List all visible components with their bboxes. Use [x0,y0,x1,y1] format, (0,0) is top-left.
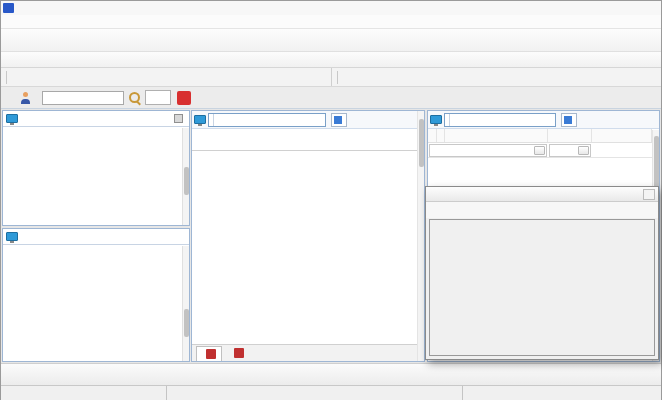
scrollbar-thumb[interactable] [184,309,189,337]
scrollbar[interactable] [182,128,189,225]
left-file-panel [191,110,425,362]
filter-funnel-icon[interactable] [578,146,589,155]
drive-bar-right [331,68,661,86]
column-header-size[interactable] [548,129,592,142]
table-header [428,129,652,143]
view-style-combo[interactable] [561,113,577,127]
folder-tree-bottom [2,228,190,362]
path-input[interactable] [444,113,556,127]
computer-icon [194,115,206,124]
preview-close-button[interactable] [643,189,655,200]
view-style-icon [334,116,342,124]
divider [6,71,7,84]
app-window [0,0,662,400]
secondary-toolbar [1,52,661,68]
view-tab-bar [1,87,661,109]
desktop-icon [6,232,18,241]
divider [337,71,338,84]
name-filter-input[interactable] [429,144,547,157]
fit-image-icon[interactable] [629,204,642,217]
title-bar [1,1,661,15]
search-icon[interactable] [127,90,142,105]
computer-icon [430,115,442,124]
tree-option-button[interactable] [174,114,183,123]
filter-funnel-icon[interactable] [534,146,545,155]
thumbnail-grid [192,151,424,344]
preview-title-bar[interactable] [426,187,658,202]
chevron-down-icon[interactable] [449,114,454,126]
close-search-button[interactable] [177,91,191,105]
google-button[interactable] [145,90,171,105]
path-input[interactable] [208,113,326,127]
size-filter-input[interactable] [549,144,591,157]
desktop-icon [6,114,18,123]
app-icon [3,3,14,13]
scrollbar-thumb[interactable] [184,167,189,195]
status-bar [1,385,661,400]
chevron-down-icon[interactable] [213,114,218,126]
minimize-button[interactable] [606,2,623,14]
view-style-icon [564,116,572,124]
column-header-type[interactable] [592,129,652,142]
left-panel-status [166,386,462,400]
close-button[interactable] [642,2,659,14]
preview-image [429,219,655,356]
drive-bar [1,68,661,87]
pin-preview-icon[interactable] [642,204,655,217]
close-all-tabs-icon[interactable] [234,348,244,358]
user-icon [19,92,31,104]
tree-root-combo[interactable] [3,111,189,127]
preview-info-bar [426,202,658,218]
maximize-button[interactable] [624,2,641,14]
image-preview-window [425,186,659,360]
filter-row [428,143,652,158]
scrollbar[interactable] [182,246,189,361]
close-tab-icon[interactable] [206,349,216,359]
folder-tab[interactable] [196,346,222,361]
folder-tab-bar [192,344,424,361]
drive-bar-left [1,68,331,86]
menu-bar [1,15,661,29]
folder-tree-top [2,110,190,226]
scrollbar[interactable] [417,111,424,361]
view-style-combo[interactable] [331,113,347,127]
column-header-strip [192,129,424,151]
tree-column [1,109,191,363]
function-key-bar [1,363,661,385]
google-search-input[interactable] [42,91,124,105]
main-toolbar [1,29,661,52]
right-panel-status [462,386,661,400]
selection-status [1,386,166,400]
column-header-name[interactable] [428,129,548,142]
address-bar [192,111,424,129]
sort-asc-icon [440,129,445,142]
scrollbar-thumb[interactable] [419,119,424,167]
address-bar [428,111,659,129]
profile-selector[interactable] [19,92,34,104]
tree-root-combo[interactable] [3,229,189,245]
